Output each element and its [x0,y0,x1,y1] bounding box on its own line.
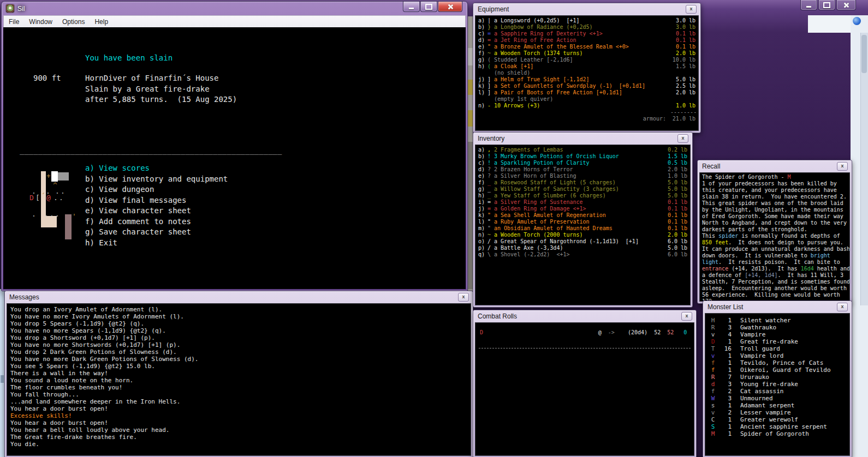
equipment-row: j)]a Helm of True Sight [-1,1d2]5.0 lb [475,76,698,83]
recall-window: Recall x The Spider of Gorgoroth - M1 of… [697,160,852,304]
background-scrollbar-thumb[interactable] [861,35,867,73]
inventory-row: l)"a Ruby Amulet of Preservation0.1 lb [475,219,690,225]
menu-help[interactable]: Help [90,18,113,26]
monster-row: D1Great fire-drake [705,338,849,345]
monster-row: v4Vampire [705,331,849,338]
desktop: { "palette":{"w":"#e6e6e6","lg":"#c6c6c6… [0,0,868,457]
equipment-row: h)(a Cloak [+1]1.5 lb [475,63,698,70]
inventory-close-button[interactable]: x [677,134,688,143]
sil-menubar: FileWindowOptionsHelp [3,15,466,28]
equipment-row: d)=a Jet Ring of Free Action0.1 lb [475,37,698,44]
equipment-row: g)(Studded Leather [-2,1d6]10.0 lb [475,57,698,63]
equipment-row: f)~a Wooden Torch (1374 turns)2.0 lb [475,50,698,57]
death-menu-option[interactable]: c) View dungeon [85,184,154,195]
maximize-icon [425,4,432,10]
death-menu-option[interactable]: g) Save character sheet [85,227,191,238]
combat-rolls-close-button[interactable]: x [681,312,692,321]
recall-line: It can produce an unnatural darkness and… [702,246,847,252]
inventory-row: q)\a Shovel (-2,2d2) <+1>6.0 lb [475,251,690,258]
monster-row: H1Silent watcher [705,317,849,324]
maximize-button[interactable] [420,2,437,12]
map-glyph: . [53,194,58,202]
menu-options[interactable]: Options [57,18,90,26]
equipment-window: Equipment x a)|a Longsword (+0,2d5) [+1]… [473,3,701,133]
inventory-title-bar[interactable]: Inventory x [473,133,692,144]
inventory-window: Inventory x a),2 Fragments of Lembas0.2 … [473,132,693,308]
recall-line: This spider is normally found at depths … [702,233,847,239]
equipment-close-button[interactable]: x [686,5,697,14]
equipment-title-bar[interactable]: Equipment x [473,3,700,15]
message-line: You drop an Ivory Amulet of Adornment (l… [10,306,467,313]
death-menu-option[interactable]: d) View final messages [85,195,186,206]
bg-restore-button[interactable] [818,0,835,10]
monster-list-close-button[interactable]: x [837,303,848,311]
monster-row: f1Tevildo, Prince of Cats [705,359,849,366]
combat-rolls-title-bar[interactable]: Combat Rolls x [473,310,696,322]
inventory-row: m)"an Obsidian Amulet of Haunted Dreams0… [475,225,690,232]
map-glyph: . [32,211,36,218]
equipment-row: (no shield) [475,70,698,76]
monster-row: f1Oikeroi, Guard of Tevildo [705,366,849,374]
equipment-row: e)"a Bronze Amulet of the Blessed Realm … [475,44,698,50]
menu-file[interactable]: File [4,18,24,26]
inventory-row: j)=a Golden Ring of Damage <+1>0.1 lb [475,206,690,212]
background-fragment [467,48,473,65]
inventory-row: f)_a Rosewood Staff of Light (5 charges)… [475,179,690,186]
messages-close-button[interactable]: x [458,293,469,302]
death-menu-option[interactable]: b) View inventory and equipment [85,174,228,185]
equipment-row: armour:21.0 lb [475,116,698,122]
recall-line: of Ered Gorgoroth. Some have made their … [702,213,847,220]
messages-title-bar[interactable]: Messages x [5,291,473,303]
equipment-row: a)|a Longsword (+0,2d5) [+1]3.0 lb [475,17,698,24]
background-fragment [467,110,473,127]
message-line: ...and land somewhere deeper in the Iron… [10,398,467,405]
death-menu-option[interactable]: f) Add comment to notes [85,217,191,227]
message-line: Excessive skills! [10,412,467,419]
recall-title-bar[interactable]: Recall x [698,160,852,172]
messages-title: Messages [9,293,458,301]
monster-list-title-bar[interactable]: Monster List x [703,301,852,312]
recall-line: Stealth, 7 Perception, and is sometimes … [702,279,847,285]
window-title: Sil [17,5,463,13]
map-glyph: [ [35,194,40,202]
menu-window[interactable]: Window [24,18,57,26]
map-glyph: ' [72,213,76,220]
combat-rolls-window: Combat Rolls x D @ -> (20d4) 52 52 0 [0-… [473,310,697,457]
message-line: You hear a bell toll loudly above your h… [10,426,467,434]
inventory-row: a),2 Fragments of Lembas0.2 lb [475,147,690,153]
map-tile [65,214,72,239]
monster-row: S1Ancient sapphire serpent [705,423,849,430]
sil-title-bar[interactable]: Sil [2,2,467,15]
death-menu-option[interactable]: e) View character sheet [85,206,191,217]
map-tile [41,216,57,227]
monster-row: v2Lesser vampire [705,409,849,416]
recall-line: asleep. Encountering another would be wo… [702,285,847,292]
message-line: You drop 5 Spears (-1,1d9) {@t2} (q). [10,320,467,327]
monster-row: s1Adamant serpent [705,402,849,409]
equipment-row: n)-10 Arrows (+3)1.0 lb [475,103,698,109]
minimize-button[interactable] [403,2,420,12]
sil-main-window: Sil FileWindowOptionsHelp You have been … [1,1,468,291]
messages-window: Messages x You drop an Ivory Amulet of A… [4,291,473,457]
inventory-row: c)!a Sparkling Potion of Clarity0.5 lb [475,160,690,166]
combat-divider [479,348,691,348]
message-line: You drop a Shortsword (+0,1d7) [+1] (p). [10,334,467,341]
recall-line: This great spider was one of the brood l… [702,200,847,207]
recall-close-button[interactable]: x [837,162,848,171]
background-scrollbar[interactable] [860,33,868,305]
message-line: You have no more Ivory Amulets of Adornm… [10,313,467,320]
close-button[interactable] [438,2,462,12]
equipment-row: k)]a Set of Gauntlets of Swordplay (-1) … [475,83,698,89]
message-line: You have no more Spears (-1,1d9) {@t2} (… [10,327,467,334]
inventory-row: p)/a Battle Axe (-3,3d4)5.0 lb [475,245,690,251]
bg-minimize-button[interactable] [800,0,817,10]
map-glyph: . [59,194,63,202]
message-line: There is a wall in the way! [10,370,467,377]
browser-icon [853,17,861,25]
monster-row: d3Young fire-drake [705,381,849,388]
background-caption-buttons [798,0,868,15]
death-menu-option[interactable]: a) View scores [85,163,150,174]
death-menu-option[interactable]: h) Exit [85,238,117,249]
equipment-list: a)|a Longsword (+0,2d5) [+1]3.0 lbb)}a L… [475,15,699,131]
bg-close-button[interactable] [836,0,856,10]
